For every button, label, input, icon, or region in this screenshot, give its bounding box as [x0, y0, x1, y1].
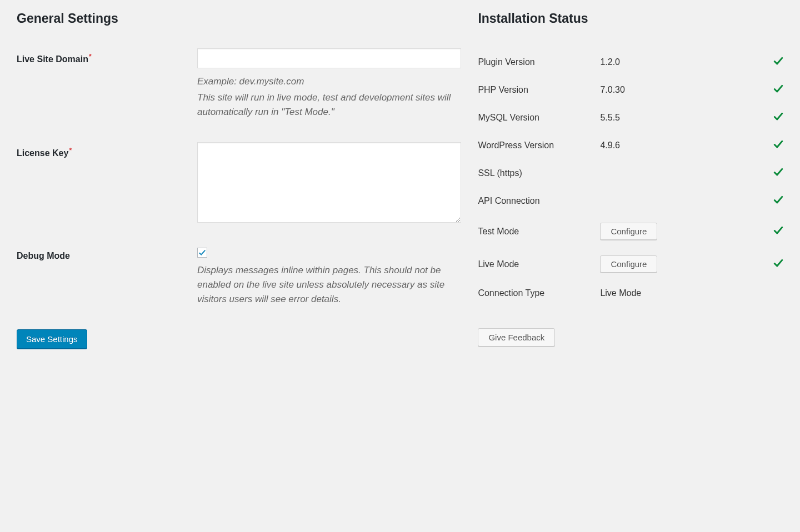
status-value: 7.0.30 [600, 85, 767, 95]
status-row: MySQL Version5.5.5 [478, 104, 783, 132]
live-domain-example: Example: dev.mysite.com [197, 76, 461, 87]
status-value: Live Mode [600, 288, 767, 298]
check-icon [773, 167, 783, 177]
status-label: Connection Type [478, 288, 600, 298]
status-check [767, 225, 783, 238]
debug-mode-row: Debug Mode Displays messages inline with… [17, 247, 461, 307]
status-check [767, 258, 783, 270]
status-label: MySQL Version [478, 113, 600, 123]
status-label: Test Mode [478, 227, 600, 237]
status-value: Configure [600, 223, 767, 240]
status-label: API Connection [478, 196, 600, 206]
status-label: WordPress Version [478, 140, 600, 150]
status-label: SSL (https) [478, 168, 600, 178]
configure-button[interactable]: Configure [600, 255, 657, 273]
status-row: PHP Version7.0.30 [478, 76, 783, 104]
status-row: Connection TypeLive Mode [478, 280, 783, 306]
check-icon [773, 112, 783, 122]
debug-mode-checkbox[interactable] [197, 248, 207, 258]
status-check [767, 167, 783, 179]
check-icon [773, 225, 783, 235]
check-icon [773, 258, 783, 268]
check-icon [773, 139, 783, 149]
license-key-label: License Key* [17, 142, 197, 158]
debug-mode-help: Displays messages inline within pages. T… [197, 263, 461, 307]
status-row: WordPress Version4.9.6 [478, 132, 783, 159]
check-icon [773, 195, 783, 205]
license-key-row: License Key* [17, 142, 461, 224]
status-check [767, 112, 783, 124]
give-feedback-button[interactable]: Give Feedback [478, 328, 555, 347]
check-icon [773, 56, 783, 66]
license-key-input[interactable] [197, 142, 461, 223]
status-check [767, 139, 783, 152]
status-title: Installation Status [478, 11, 783, 26]
live-domain-input[interactable] [197, 48, 461, 68]
status-row: Test ModeConfigure [478, 215, 783, 248]
status-check [767, 195, 783, 207]
debug-mode-label: Debug Mode [17, 247, 197, 261]
live-domain-row: Live Site Domain* Example: dev.mysite.co… [17, 48, 461, 120]
check-icon [773, 84, 783, 94]
status-value: Configure [600, 255, 767, 273]
status-row: Live ModeConfigure [478, 248, 783, 280]
status-value: 5.5.5 [600, 113, 767, 123]
status-row: API Connection [478, 187, 783, 215]
status-label: Live Mode [478, 259, 600, 269]
page-title: General Settings [17, 11, 461, 26]
status-value: 1.2.0 [600, 57, 767, 67]
live-domain-help: This site will run in live mode, test an… [197, 91, 461, 120]
status-check [767, 56, 783, 68]
status-check [767, 84, 783, 96]
status-value: 4.9.6 [600, 140, 767, 150]
status-row: Plugin Version1.2.0 [478, 48, 783, 76]
status-row: SSL (https) [478, 159, 783, 187]
configure-button[interactable]: Configure [600, 223, 657, 240]
live-domain-label: Live Site Domain* [17, 48, 197, 64]
status-label: Plugin Version [478, 57, 600, 67]
status-label: PHP Version [478, 85, 600, 95]
save-button[interactable]: Save Settings [17, 329, 87, 349]
